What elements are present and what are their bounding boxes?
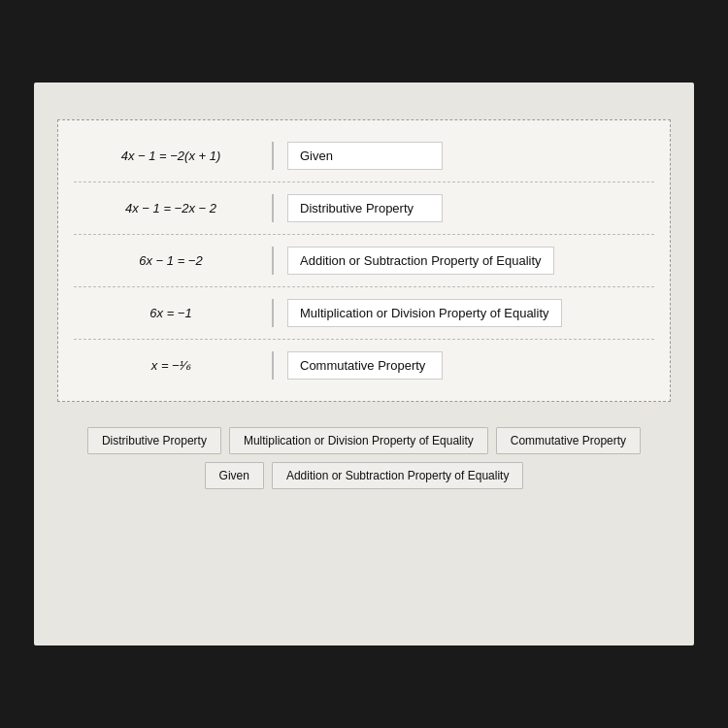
table-row: 6x − 1 = −2Addition or Subtraction Prope…	[74, 235, 654, 287]
drag-chip[interactable]: Multiplication or Division Property of E…	[229, 427, 488, 454]
drag-chip[interactable]: Given	[205, 462, 264, 489]
table-row: 4x − 1 = −2(x + 1)Given	[74, 130, 654, 182]
proof-table: 4x − 1 = −2(x + 1)Given4x − 1 = −2x − 2D…	[57, 119, 671, 402]
reason-column: Commutative Property	[278, 351, 654, 380]
column-separator	[272, 351, 274, 380]
column-separator	[272, 299, 274, 327]
table-row: 4x − 1 = −2x − 2Distributive Property	[74, 182, 654, 235]
column-separator	[272, 194, 274, 222]
reason-box[interactable]: Addition or Subtraction Property of Equa…	[287, 247, 554, 275]
reason-box[interactable]: Commutative Property	[287, 351, 443, 380]
step-expression: 6x − 1 = −2	[74, 253, 268, 268]
reason-column: Addition or Subtraction Property of Equa…	[278, 247, 654, 275]
step-expression: 4x − 1 = −2(x + 1)	[74, 149, 268, 163]
drag-chip[interactable]: Commutative Property	[496, 427, 641, 454]
reason-column: Given	[278, 142, 654, 170]
step-expression: x = −¹⁄₆	[74, 358, 268, 373]
reason-box[interactable]: Distributive Property	[287, 194, 443, 222]
column-separator	[272, 142, 274, 170]
reason-column: Distributive Property	[278, 194, 654, 222]
drag-chips-container: Distributive PropertyMultiplication or D…	[57, 419, 671, 493]
drag-chip[interactable]: Addition or Subtraction Property of Equa…	[272, 462, 523, 489]
reason-box[interactable]: Multiplication or Division Property of E…	[287, 299, 562, 327]
step-expression: 4x − 1 = −2x − 2	[74, 201, 268, 215]
main-card: 4x − 1 = −2(x + 1)Given4x − 1 = −2x − 2D…	[34, 83, 694, 645]
drag-chip[interactable]: Distributive Property	[87, 427, 221, 454]
column-separator	[272, 247, 274, 275]
reason-box[interactable]: Given	[287, 142, 443, 170]
table-row: 6x = −1Multiplication or Division Proper…	[74, 287, 654, 340]
step-expression: 6x = −1	[74, 306, 268, 320]
table-row: x = −¹⁄₆Commutative Property	[74, 340, 654, 391]
reason-column: Multiplication or Division Property of E…	[278, 299, 654, 327]
